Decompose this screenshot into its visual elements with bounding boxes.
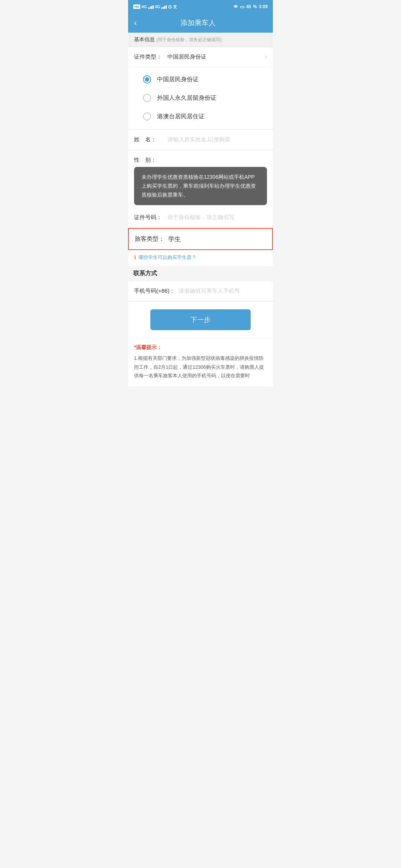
tooltip-text: 未办理学生优惠资质核验在12306网站或手机APP上购买学生票的，乘车前须到车站… [141,174,256,198]
id-type-value: 中国居民身份证 [167,53,265,60]
next-button[interactable]: 下一步 [150,309,251,330]
notice-content: 1.根据有关部门要求，为加强新型冠状病毒感染的肺炎疫情防控工作，自2月1日起，通… [134,354,267,380]
gender-row[interactable]: 性 别： [128,151,273,167]
name-label: 姓 名： [134,136,167,143]
status-left: HD 4G 4G ⊙ 支 [133,4,177,10]
id-type-label: 证件类型： [134,53,167,60]
id-number-placeholder: 用于身份核验，请正确填写 [167,214,267,221]
tooltip-overlay: 未办理学生优惠资质核验在12306网站或手机APP上购买学生票的，乘车前须到车站… [134,167,267,205]
name-section: 姓 名： 请输入真实姓名,以便购票 [128,130,273,150]
radio-label-3: 港澳台居民居住证 [157,113,205,121]
phone-row[interactable]: 手机号码(+86)： 请准确填写乘车人手机号 [128,281,273,301]
radio-option-2[interactable]: 外国人永久居留身份证 [128,89,273,107]
pay-icon: 支 [173,4,177,10]
gender-label: 性 别： [134,157,167,164]
hd-badge: HD [133,4,140,9]
passenger-type-value: 学生 [168,235,181,243]
notice-section: *温馨提示： 1.根据有关部门要求，为加强新型冠状病毒感染的肺炎疫情防控工作，自… [128,338,273,386]
back-button[interactable]: ‹ [134,19,137,27]
radio-circle-2[interactable] [143,94,151,102]
student-link-row: ℹ 哪些学生可以购买学生票？ [128,250,273,266]
radio-label-2: 外国人永久居留身份证 [157,94,216,102]
name-input-placeholder[interactable]: 请输入真实姓名,以便购票 [167,136,267,143]
phone-label: 手机号码(+86)： [134,287,179,295]
chevron-right-icon: › [265,53,267,61]
header: ‹ 添加乘车人 [128,13,273,33]
radio-label-1: 中国居民身份证 [157,76,199,83]
id-type-section: 证件类型： 中国居民身份证 › 中国居民身份证 外国人永久居留身份证 港澳台居民… [128,47,273,129]
name-row[interactable]: 姓 名： 请输入真实姓名,以便购票 [128,130,273,150]
passenger-type-row[interactable]: 旅客类型： 学生 [128,228,273,250]
sim-icon: ▭ [240,4,244,10]
page-title: 添加乘车人 [140,18,256,28]
contact-section-header: 联系方式 [128,266,273,281]
id-number-label: 证件号码： [134,214,167,221]
button-section: 下一步 [128,302,273,338]
status-bar: HD 4G 4G ⊙ 支 👁 ▭ 45% 3:09 [128,0,273,13]
info-icon: ℹ [134,254,136,261]
basic-info-section-header: 基本信息(用于身份核验，请务必正确填写) [128,33,273,47]
notice-title: *温馨提示： [134,344,267,351]
signal-4g-2: 4G [155,4,160,9]
time-display: 3:09 [259,4,268,9]
student-link[interactable]: 哪些学生可以购买学生票？ [138,254,196,261]
id-type-row[interactable]: 证件类型： 中国居民身份证 › [128,47,273,67]
signal-bars-1 [148,4,154,9]
phone-placeholder[interactable]: 请准确填写乘车人手机号 [179,287,267,295]
radio-option-3[interactable]: 港澳台居民居住证 [128,107,273,126]
wifi-icon: ⊙ [168,4,172,10]
phone-section: 手机号码(+86)： 请准确填写乘车人手机号 [128,281,273,301]
signal-4g-1: 4G [141,4,147,9]
radio-circle-3[interactable] [143,112,151,121]
passenger-type-label: 旅客类型： [135,235,168,243]
status-right: 👁 ▭ 45% 3:09 [234,4,268,10]
gender-section: 性 别： 未办理学生优惠资质核验在12306网站或手机APP上购买学生票的，乘车… [128,151,273,227]
id-number-row[interactable]: 证件号码： 用于身份核验，请正确填写 [128,208,273,227]
radio-options-container: 中国居民身份证 外国人永久居留身份证 港澳台居民居住证 [128,67,273,129]
signal-bars-2 [161,4,167,9]
radio-option-1[interactable]: 中国居民身份证 [128,70,273,89]
battery-level: 45 [246,4,251,9]
eye-icon: 👁 [234,4,238,9]
section-note: (用于身份核验，请务必正确填写) [156,37,222,42]
section-title: 基本信息 [134,36,155,42]
radio-circle-1[interactable] [143,75,151,83]
